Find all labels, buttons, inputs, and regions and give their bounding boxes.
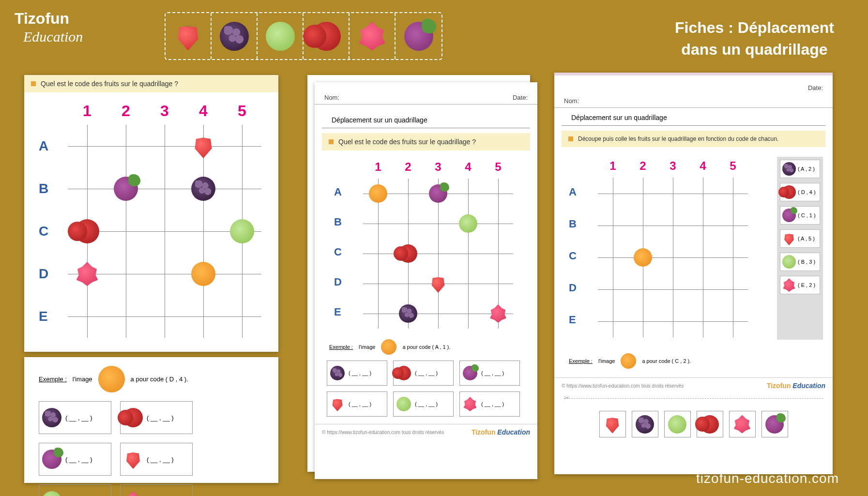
strawberry-icon (429, 274, 447, 293)
grape-icon (42, 450, 61, 469)
dragonfruit-icon (463, 397, 477, 411)
grape-icon (404, 22, 433, 51)
blackberry-icon (636, 415, 654, 434)
worksheet-card-1-answers: Exemple : l'image a pour code ( D , 4 ).… (24, 357, 278, 483)
cherry-icon (312, 22, 341, 51)
grape-icon (782, 209, 796, 222)
apple-icon (230, 219, 254, 243)
cherry-icon (396, 366, 411, 380)
brand-name-2: Education (23, 29, 83, 45)
page-title: Fiches : Déplacement dans un quadrillage (675, 17, 834, 60)
cutout-cell (729, 411, 756, 437)
card1-grid: 12345 ABCDE (24, 92, 278, 347)
code-item: ( C , 1 ) (780, 206, 820, 225)
orange-icon (191, 262, 215, 286)
dragonfruit-icon (733, 415, 751, 434)
brand-logo: Tizofun Education (15, 10, 83, 45)
title-line-1: Fiches : Déplacement (675, 17, 834, 39)
code-item: ( A , 5 ) (780, 229, 820, 248)
card3-footer: © https://www.tizofun-education.com tous… (562, 383, 684, 389)
answer-box: ( __ , __ ) (393, 361, 454, 386)
code-item: ( D , 4 ) (780, 183, 820, 201)
title-line-2: dans un quadrillage (675, 39, 834, 60)
orange-icon (634, 248, 652, 267)
cut-line (564, 398, 823, 399)
card1-example: Exemple : l'image a pour code ( D , 4 ). (24, 357, 278, 401)
answer-box: ( __ , __ ) (393, 391, 454, 417)
apple-icon (668, 415, 686, 434)
worksheet-card-3: Date: Nom: Déplacement sur un quadrillag… (554, 73, 833, 474)
header-fruit-row (165, 12, 442, 60)
footer-logo: Tizofun Education (767, 382, 825, 390)
card2-banner: Quel est le code des fruits sur le quadr… (322, 133, 530, 150)
answer-box: ( __ , __ ) (459, 391, 520, 417)
apple-icon (782, 255, 796, 269)
orange-icon (369, 184, 387, 203)
dragonfruit-icon (75, 262, 99, 286)
cutout-cell (599, 411, 626, 437)
card1-answer-boxes: ( __ , __ )( __ , __ )( __ , __ )( __ , … (24, 401, 278, 496)
card1-banner: Quel est le code des fruits sur le quadr… (24, 75, 278, 92)
card3-cutout-row (554, 404, 833, 445)
answer-box: ( __ , __ ) (120, 443, 193, 476)
apple-icon (42, 491, 61, 496)
card3-code-list: ( A , 2 )( D , 4 )( C , 1 )( A , 5 )( B … (777, 157, 823, 340)
answer-box: ( __ , __ ) (327, 391, 387, 417)
strawberry-icon (191, 134, 215, 158)
answer-box: ( __ , __ ) (459, 361, 520, 386)
orange-icon (621, 353, 636, 369)
answer-box: ( __ , __ ) (39, 443, 111, 476)
strawberry-icon (330, 397, 345, 411)
answer-box: ( __ , __ ) (39, 401, 111, 434)
strawberry-icon (174, 22, 203, 51)
card2-footer: © https://www.tizofun-education.com tous… (322, 430, 444, 435)
card2-header: Nom: Date: (315, 91, 537, 105)
dragonfruit-icon (358, 22, 387, 51)
code-item: ( A , 2 ) (780, 160, 820, 178)
website-url: tizofun-education.com (696, 471, 839, 486)
footer-logo: Tizofun Education (472, 428, 530, 436)
answer-box: ( __ , __ ) (39, 484, 111, 496)
cherry-icon (399, 244, 417, 263)
cutout-cell (632, 411, 658, 437)
grape-icon (429, 184, 447, 203)
grape-icon (463, 366, 477, 380)
strawberry-icon (123, 450, 143, 469)
cutout-cell (697, 411, 723, 437)
dragonfruit-icon (782, 278, 796, 292)
card3-section-title: Déplacement sur un quadrillage (562, 108, 825, 126)
orange-icon (98, 366, 125, 392)
blackberry-icon (330, 366, 345, 380)
strawberry-icon (782, 232, 796, 245)
cutout-cell (664, 411, 691, 437)
answer-box: ( __ , __ ) (120, 484, 193, 496)
card3-banner: Découpe puis colle les fruits sur le qua… (562, 131, 825, 147)
code-item: ( B , 3 ) (780, 253, 820, 271)
code-item: ( E , 2 ) (780, 276, 820, 294)
apple-icon (396, 397, 411, 411)
strawberry-icon (603, 415, 622, 434)
cherry-icon (700, 415, 719, 434)
blackberry-icon (42, 408, 61, 427)
dragonfruit-icon (489, 304, 507, 323)
apple-icon (459, 214, 477, 233)
cherry-icon (123, 408, 143, 427)
blackberry-icon (782, 162, 796, 176)
apple-icon (266, 22, 295, 51)
card2-section-title: Déplacement sur un quadrillage (322, 110, 530, 128)
orange-icon (381, 339, 396, 355)
card1-col-headers: 12345 (68, 102, 264, 120)
dragonfruit-icon (123, 491, 143, 496)
grape-icon (765, 415, 784, 434)
answer-box: ( __ , __ ) (120, 401, 193, 434)
worksheet-card-1: Quel est le code des fruits sur le quadr… (24, 75, 278, 352)
brand-name-1: Tizofun (15, 10, 69, 27)
cherry-icon (782, 185, 796, 199)
cutout-cell (761, 411, 788, 437)
blackberry-icon (399, 304, 417, 323)
worksheet-card-2: Nom: Date: Déplacement sur un quadrillag… (315, 82, 537, 479)
blackberry-icon (191, 177, 215, 201)
blackberry-icon (220, 22, 249, 51)
answer-box: ( __ , __ ) (327, 361, 387, 386)
cherry-icon (75, 219, 99, 243)
